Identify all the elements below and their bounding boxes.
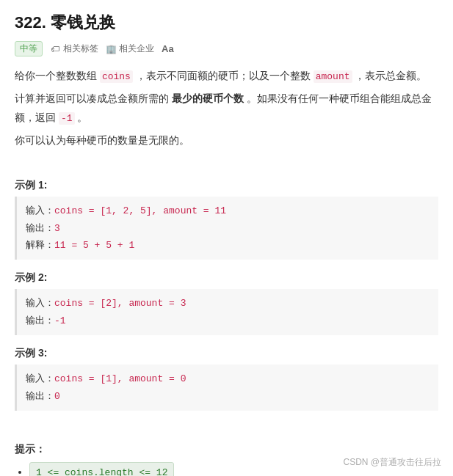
example-3-block: 输入：coins = [1], amount = 0 输出：0 xyxy=(15,365,438,411)
example-3-title: 示例 3: xyxy=(15,347,438,360)
example-2-block: 输入：coins = [2], amount = 3 输出：-1 xyxy=(15,289,438,335)
tags-row: 中等 🏷 相关标签 🏢 相关企业 Aa xyxy=(15,41,438,56)
footer-attribution: CSDN @普通攻击往后拉 xyxy=(343,456,441,469)
tip-code-1: 1 <= coins.length <= 12 xyxy=(29,462,174,476)
tips-title: 提示： xyxy=(15,443,438,456)
font-size-button[interactable]: Aa xyxy=(162,43,174,54)
emphasis-text: 最少的硬币个数 xyxy=(172,92,244,104)
example-2-title: 示例 2: xyxy=(15,271,438,285)
tag-icon: 🏷 xyxy=(50,44,60,54)
related-company-button[interactable]: 🏢 相关企业 xyxy=(106,43,154,55)
minus-one-code: -1 xyxy=(59,112,75,125)
company-icon: 🏢 xyxy=(106,44,116,54)
difficulty-tag[interactable]: 中等 xyxy=(15,41,43,56)
example-1-title: 示例 1: xyxy=(15,179,438,192)
coins-code-1: coins xyxy=(100,70,133,83)
example-1-block: 输入：coins = [1, 2, 5], amount = 11 输出：3 解… xyxy=(15,197,438,260)
amount-code-1: amount xyxy=(314,70,352,83)
related-tags-label: 相关标签 xyxy=(63,43,98,55)
related-company-label: 相关企业 xyxy=(119,43,154,55)
related-tags-button[interactable]: 🏷 相关标签 xyxy=(50,43,98,55)
font-icon: Aa xyxy=(162,43,174,54)
page-title: 322. 零钱兑换 xyxy=(15,12,438,34)
description: 给你一个整数数组 coins ，表示不同面额的硬币；以及一个整数 amount … xyxy=(15,67,438,150)
